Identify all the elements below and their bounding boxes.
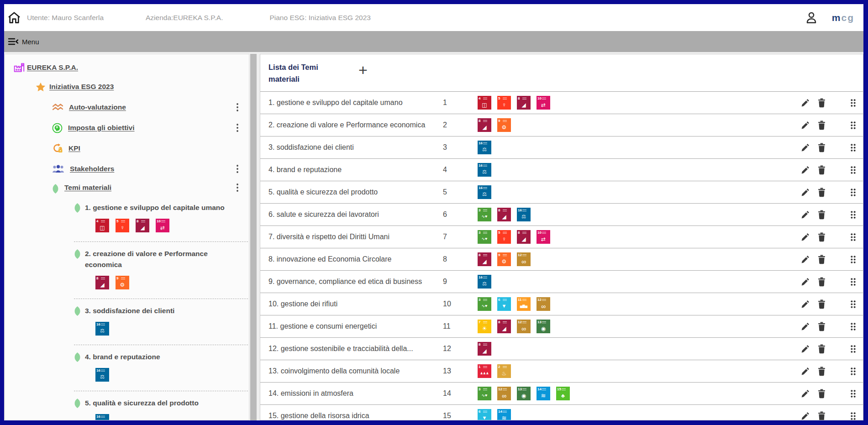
sidebar-company-link[interactable]: EUREKA S.P.A. <box>27 63 78 72</box>
drag-handle[interactable] <box>850 322 857 331</box>
theme-order: 8 <box>443 255 478 263</box>
theme-name: 13. coinvolgimento della comunità locale <box>268 367 443 375</box>
sdg-8-badge: 8◢ <box>478 118 491 132</box>
sidebar-link-label[interactable]: Stakeholders <box>70 165 114 173</box>
edit-button[interactable] <box>800 188 810 197</box>
edit-button[interactable] <box>800 389 810 399</box>
drag-handle[interactable] <box>850 121 857 130</box>
edit-button[interactable] <box>800 367 810 376</box>
delete-button[interactable] <box>817 389 826 399</box>
home-icon[interactable] <box>7 10 21 25</box>
sdg-8-badge: 8◢ <box>478 342 491 356</box>
more-options-button[interactable] <box>236 123 239 134</box>
sdg-9-badge: 9⚙ <box>497 252 511 266</box>
theme-order: 15 <box>443 412 478 420</box>
more-options-button[interactable] <box>236 183 239 194</box>
theme-name: 11. gestione e consumi energetici <box>268 322 443 331</box>
sdg-5-badge: 5♀ <box>116 219 129 232</box>
theme-title-row: 1. gestione e sviluppo del capitale uman… <box>74 202 249 213</box>
drag-handle[interactable] <box>850 210 857 219</box>
delete-button[interactable] <box>817 121 826 130</box>
edit-button[interactable] <box>800 143 810 152</box>
sidebar-item-imposta-obiettivi: Imposta gli obiettivi <box>52 122 249 134</box>
sidebar-theme-item: 3. soddisfazione dei clienti16⚖ <box>74 305 249 345</box>
delete-button[interactable] <box>817 210 826 220</box>
delete-button[interactable] <box>817 143 826 152</box>
drag-handle[interactable] <box>850 367 857 376</box>
sdg-13-badge: 13◉ <box>517 387 531 400</box>
edit-button[interactable] <box>800 299 810 309</box>
sidebar-plan-link[interactable]: Iniziativa ESG 2023 <box>49 83 114 91</box>
row-actions <box>800 255 857 264</box>
sidebar-link-label[interactable]: Temi materiali <box>64 184 111 192</box>
edit-button[interactable] <box>800 121 810 130</box>
menu-label[interactable]: Menu <box>22 38 39 46</box>
theme-name: 5. qualità e sicurezza del prodotto <box>268 188 443 196</box>
menu-collapse-icon[interactable] <box>8 37 19 46</box>
add-theme-button[interactable]: + <box>358 62 368 78</box>
delete-button[interactable] <box>817 322 826 331</box>
drag-handle[interactable] <box>850 233 857 241</box>
drag-handle[interactable] <box>850 99 857 107</box>
theme-row: 8. innovazione ed Economia Circolare 8 8… <box>260 248 863 271</box>
more-options-button[interactable] <box>236 103 239 113</box>
theme-order: 4 <box>443 166 478 174</box>
edit-button[interactable] <box>800 277 810 287</box>
more-options-button[interactable] <box>236 164 239 175</box>
sidebar-item-temi-materiali: Temi materiali <box>52 182 249 194</box>
drag-handle[interactable] <box>850 255 857 264</box>
edit-button[interactable] <box>800 165 810 175</box>
sdg-badges: 3∿♥12∞13◉14≋15♣ <box>478 387 570 400</box>
sdg-14-badge: 14≋ <box>537 387 550 400</box>
row-actions <box>800 121 857 130</box>
edit-button[interactable] <box>800 210 810 220</box>
delete-button[interactable] <box>817 277 826 287</box>
edit-button[interactable] <box>800 255 810 264</box>
sidebar-scrollbar[interactable] <box>250 54 257 420</box>
delete-button[interactable] <box>817 98 826 108</box>
theme-name: 3. soddisfazione dei clienti <box>268 143 443 152</box>
delete-button[interactable] <box>817 255 826 264</box>
app-window: Utente: Mauro Scanferla Azienda:EUREKA S… <box>0 0 868 425</box>
company-label: Azienda:EUREKA S.P.A. <box>146 14 223 22</box>
sidebar-link-label[interactable]: Imposta gli obiettivi <box>68 124 135 132</box>
row-actions <box>800 277 857 287</box>
theme-row: 5. qualità e sicurezza del prodotto 5 16… <box>260 181 863 204</box>
sdg-badges: 6▼14≋ <box>478 409 511 420</box>
sdg-badges: 16⚖ <box>478 275 491 289</box>
edit-button[interactable] <box>800 322 810 331</box>
drag-handle[interactable] <box>850 278 857 286</box>
theme-title-row: 4. brand e reputazione <box>74 352 249 362</box>
sdg-badges: 1♟♟♟2♨ <box>478 364 511 378</box>
delete-button[interactable] <box>817 232 826 242</box>
sidebar-theme-item: 5. qualità e sicurezza del prodotto16⚖ <box>74 398 249 420</box>
edit-button[interactable] <box>800 232 810 242</box>
row-actions <box>800 322 857 331</box>
sdg-8-badge: 8◢ <box>517 230 531 244</box>
delete-button[interactable] <box>817 367 826 376</box>
delete-button[interactable] <box>817 299 826 309</box>
leaf-icon <box>73 306 82 316</box>
drag-handle[interactable] <box>850 143 857 152</box>
user-profile-icon[interactable] <box>805 11 818 25</box>
drag-handle[interactable] <box>850 389 857 398</box>
delete-button[interactable] <box>817 344 826 354</box>
sdg-7-badge: 7☀ <box>478 320 491 333</box>
sidebar-link-label[interactable]: KPI <box>68 144 80 152</box>
theme-table: 1. gestione e sviluppo del capitale uman… <box>260 92 863 420</box>
edit-button[interactable] <box>800 98 810 108</box>
drag-handle[interactable] <box>850 188 857 197</box>
drag-handle[interactable] <box>850 412 857 420</box>
sdg-13-badge: 13◉ <box>537 320 550 333</box>
drag-handle[interactable] <box>850 345 857 353</box>
sdg-badges: 16⚖ <box>95 414 249 420</box>
drag-handle[interactable] <box>850 300 857 309</box>
delete-button[interactable] <box>817 411 826 421</box>
delete-button[interactable] <box>817 165 826 175</box>
sidebar-link-label[interactable]: Auto-valutazione <box>69 103 126 111</box>
drag-handle[interactable] <box>850 166 857 174</box>
edit-button[interactable] <box>800 344 810 354</box>
delete-button[interactable] <box>817 188 826 197</box>
sdg-8-badge: 8◢ <box>517 96 531 110</box>
edit-button[interactable] <box>800 411 810 421</box>
